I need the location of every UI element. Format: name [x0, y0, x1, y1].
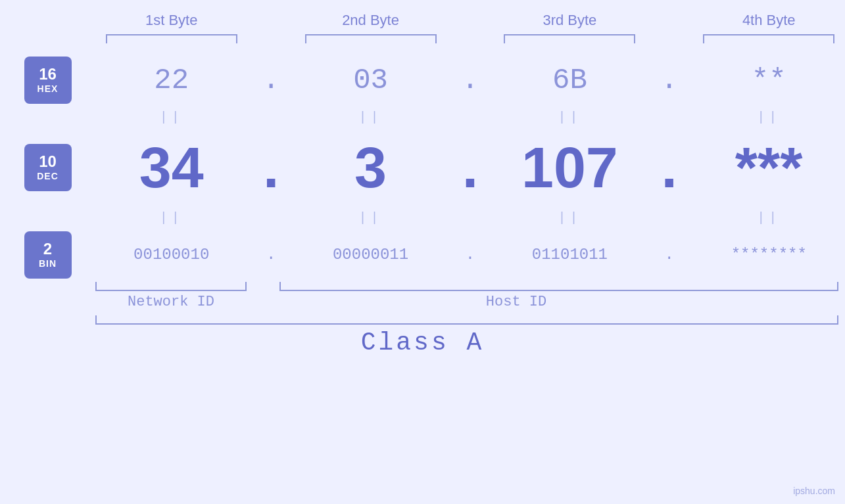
bin-val-1: 00100010 [106, 246, 237, 263]
equals-1-2: || [305, 110, 437, 125]
bin-sep-1: . [258, 246, 284, 263]
bottom-bracket-host [279, 282, 838, 291]
bracket-byte3 [504, 34, 635, 43]
hex-val-4: ** [703, 64, 834, 97]
class-label: Class A [361, 329, 485, 357]
bracket-byte2 [305, 34, 437, 43]
bin-val-4: ******** [703, 246, 834, 263]
bracket-byte1 [106, 34, 237, 43]
dec-sep-3: . [656, 134, 683, 201]
dec-badge: 10 DEC [24, 144, 72, 191]
equals-1-4: || [703, 110, 834, 125]
big-bottom-bracket [95, 315, 838, 325]
bottom-bracket-network [95, 282, 247, 291]
bracket-byte4 [703, 34, 834, 43]
equals-1-3: || [504, 110, 635, 125]
dec-val-2: 3 [305, 134, 437, 201]
bin-val-3: 01101011 [504, 246, 635, 263]
dec-val-1: 34 [106, 134, 237, 201]
hex-val-3: 6B [504, 64, 635, 97]
dec-sep-1: . [258, 134, 284, 201]
bin-val-2: 00000011 [305, 246, 437, 263]
bin-sep-3: . [656, 246, 683, 263]
dec-val-3: 107 [504, 134, 635, 201]
byte4-label: 4th Byte [703, 12, 834, 29]
byte2-label: 2nd Byte [305, 12, 437, 29]
equals-2-4: || [703, 210, 834, 225]
bin-sep-2: . [457, 246, 483, 263]
hex-sep-1: . [258, 64, 284, 97]
equals-2-3: || [504, 210, 635, 225]
equals-2-1: || [106, 210, 237, 225]
hex-sep-2: . [457, 64, 483, 97]
host-id-label: Host ID [279, 294, 753, 310]
byte1-label: 1st Byte [106, 12, 237, 29]
hex-badge: 16 HEX [24, 57, 72, 104]
watermark: ipshu.com [793, 486, 835, 496]
hex-sep-3: . [656, 64, 683, 97]
hex-val-2: 03 [305, 64, 437, 97]
byte3-label: 3rd Byte [504, 12, 635, 29]
equals-1-1: || [106, 110, 237, 125]
dec-val-4: *** [703, 134, 834, 201]
main-layout: 1st Byte 2nd Byte 3rd Byte 4th Byte [0, 0, 845, 504]
dec-sep-2: . [457, 134, 483, 201]
bin-badge: 2 BIN [24, 231, 72, 279]
equals-2-2: || [305, 210, 437, 225]
hex-val-1: 22 [106, 64, 237, 97]
network-id-label: Network ID [95, 294, 247, 310]
